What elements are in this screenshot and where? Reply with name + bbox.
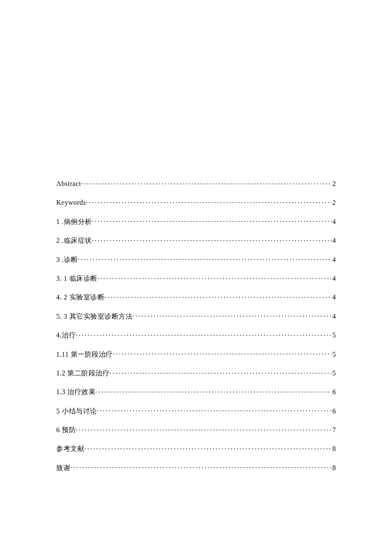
toc-title: 1.2 第二阶段治疗 [56,369,110,378]
toc-entry: 5. 3 其它实验室诊断方法 4 [56,312,336,321]
toc-entry: 参考文献 8 [56,444,336,453]
toc-entry: 1 .病例分析 4 [56,217,336,227]
toc-leader-dots [76,425,331,432]
toc-leader-dots [95,387,331,394]
toc-leader-dots [70,463,331,470]
toc-entry: 2 .临床症状 4 [56,236,336,245]
toc-leader-dots [84,444,331,451]
toc-leader-dots [133,312,331,319]
toc-title: 致谢 [56,463,70,473]
toc-entry: 致谢 8 [56,463,336,473]
toc-entry: 5 小结与讨论 6 [56,407,336,416]
toc-page-number: 4 [331,312,336,321]
toc-leader-dots [92,217,332,224]
toc-title: 1 .病例分析 [56,217,92,227]
toc-title: 3. 1 临床诊断 [56,274,98,283]
toc-leader-dots [97,407,332,413]
toc-page-number: 8 [331,444,336,453]
toc-entry: 1.11 第一阶段治疗 5 [56,350,336,359]
toc-page-number: 4 [331,274,336,283]
toc-page-number: 5 [331,369,336,378]
toc-page-number: 4 [331,255,336,264]
toc-page-number: 4 [331,293,336,302]
toc-title: 参考文献 [56,444,84,453]
toc-leader-dots [113,350,331,357]
toc-page-number: 7 [331,425,336,435]
toc-entry: 4. 2 实验室诊断 4 [56,293,336,302]
toc-page-number: 2 [331,179,336,189]
toc-page-number: 2 [331,198,336,207]
toc-page-number: 4 [331,217,336,227]
toc-leader-dots [81,179,331,186]
toc-page-number: 6 [331,387,336,397]
toc-entry: 6 预防 7 [56,425,336,435]
toc-entry: 1.3 治疗效果 6 [56,387,336,397]
toc-title: 5 小结与讨论 [56,407,97,416]
toc-entry: Abstract 2 [56,179,336,189]
table-of-contents: Abstract 2 Keywords 2 1 .病例分析 4 2 .临床症状 … [56,179,336,473]
toc-title: 6 预防 [56,425,76,435]
toc-title: 3 .诊断 [56,255,78,264]
toc-leader-dots [92,236,332,243]
toc-entry: Keywords 2 [56,198,336,207]
toc-page-number: 6 [331,407,336,416]
toc-title: 1.11 第一阶段治疗 [56,350,113,359]
toc-title: 2 .临床症状 [56,236,92,245]
toc-title: 1.3 治疗效果 [56,387,95,397]
toc-page-number: 4 [331,236,336,245]
toc-leader-dots [104,293,331,299]
toc-title: 4. 2 实验室诊断 [56,293,104,302]
toc-entry: 3 .诊断 4 [56,255,336,264]
toc-title: 5. 3 其它实验室诊断方法 [56,312,133,321]
toc-page-number: 5 [331,350,336,359]
toc-page-number: 8 [331,463,336,473]
toc-leader-dots [110,369,331,375]
toc-leader-dots [76,331,331,337]
toc-leader-dots [86,198,331,205]
toc-entry: 1.2 第二阶段治疗 5 [56,369,336,378]
toc-leader-dots [98,274,332,281]
toc-title: Keywords [56,198,86,207]
toc-title: 4.治疗 [56,331,76,340]
toc-title: Abstract [56,179,81,189]
toc-entry: 3. 1 临床诊断 4 [56,274,336,283]
toc-entry: 4.治疗 5 [56,331,336,340]
toc-page-number: 5 [331,331,336,340]
toc-leader-dots [78,255,332,262]
